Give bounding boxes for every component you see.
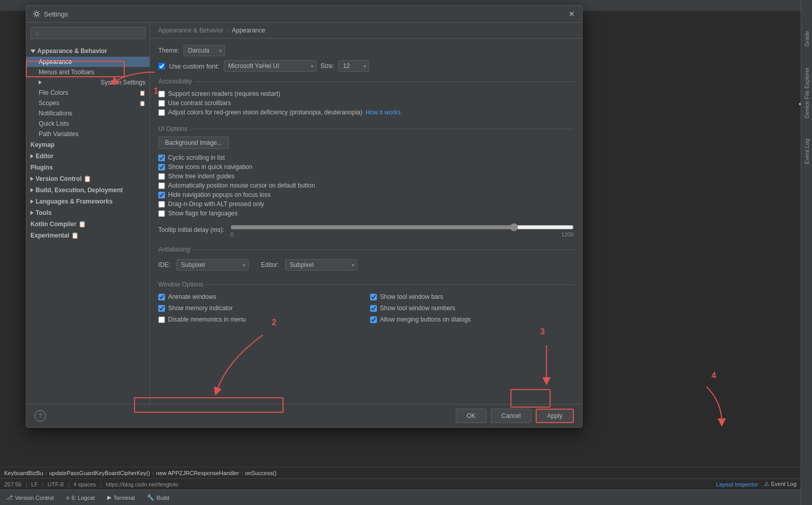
settings-dialog: Settings ✕ Appearance & Behavior Appeara… [26, 5, 583, 428]
close-button[interactable]: ✕ [568, 10, 576, 18]
size-select-wrapper: 12 [338, 60, 369, 72]
tooltip-slider[interactable] [230, 223, 574, 231]
hide-nav-label[interactable]: Hide navigation popups on focus loss [168, 191, 271, 198]
contrast-scrollbars-checkbox[interactable] [158, 100, 165, 107]
nav-section-version-control[interactable]: Version Control 📋 [26, 173, 150, 184]
event-log-link[interactable]: ⚠ Event Log [764, 481, 797, 487]
line-ending: LF [31, 481, 38, 487]
screen-readers-checkbox[interactable] [158, 91, 165, 97]
editor-arrow [30, 154, 34, 158]
color-deficiency-checkbox[interactable] [158, 109, 165, 116]
animate-windows-row: Animate windows [158, 292, 362, 301]
custom-font-label[interactable]: Use custom font: [169, 62, 220, 70]
font-row: Use custom font: Microsoft YaHei UI Size… [158, 60, 574, 72]
nav-item-quick-lists[interactable]: Quick Lists [26, 119, 150, 129]
show-tool-numbers-checkbox[interactable] [370, 305, 377, 312]
animate-windows-checkbox[interactable] [158, 294, 165, 300]
nav-item-file-colors[interactable]: File Colors 📋 [26, 88, 150, 98]
terminal-tab[interactable]: ▶ Terminal [105, 494, 137, 501]
search-input[interactable] [30, 27, 145, 39]
bottom-tabs: ⎇ Version Control ≡ 6: Logcat ▶ Terminal… [0, 490, 801, 505]
drag-drop-row: Drag-n-Drop with ALT pressed only [158, 199, 574, 209]
screen-readers-label[interactable]: Support screen readers (requires restart… [168, 90, 280, 97]
size-select[interactable]: 12 [338, 60, 369, 72]
nav-section-tools[interactable]: Tools [26, 207, 150, 218]
auto-mouse-checkbox[interactable] [158, 182, 165, 189]
tree-indent-checkbox[interactable] [158, 173, 165, 180]
layout-inspector-link[interactable]: Layout Inspector [716, 481, 758, 487]
build-tab[interactable]: 🔧 Build [145, 494, 171, 501]
breadcrumb-item-1: updatePassGuardKeyBoardCipherKey() [49, 470, 151, 476]
breadcrumb-item-2: new APPZJRCResponseHandler [156, 470, 239, 476]
nav-section-plugins[interactable]: Plugins [26, 162, 150, 173]
logcat-tab[interactable]: ≡ 6: Logcat [64, 495, 97, 501]
nav-tree: Appearance & Behavior Appearance Menus a… [26, 43, 150, 404]
contrast-scrollbars-label[interactable]: Use contrast scrollbars [168, 99, 231, 107]
nav-item-menus-toolbars[interactable]: Menus and Toolbars [26, 67, 150, 77]
nav-section-kotlin[interactable]: Kotlin Compiler 📋 [26, 218, 150, 230]
cyclic-scrolling-label[interactable]: Cyclic scrolling in list [168, 154, 225, 161]
nav-section-build[interactable]: Build, Execution, Deployment [26, 184, 150, 196]
nav-item-path-variables[interactable]: Path Variables [26, 129, 150, 139]
event-log-tab[interactable]: Event Log [804, 139, 810, 164]
nav-item-scopes[interactable]: Scopes 📋 [26, 98, 150, 108]
auto-mouse-label[interactable]: Automatically position mouse cursor on d… [168, 182, 315, 189]
auto-mouse-row: Automatically position mouse cursor on d… [158, 181, 574, 190]
show-memory-label[interactable]: Show memory indicator [168, 305, 233, 312]
disable-mnemonics-label[interactable]: Disable mnemonics in menu [168, 316, 246, 323]
tree-indent-label[interactable]: Show tree indent guides [168, 173, 235, 180]
window-options-section: Window Options Animate windows Show tool… [158, 281, 574, 324]
nav-item-system-settings[interactable]: System Settings [26, 77, 150, 88]
right-panel: Appearance & Behavior › Appearance Theme… [150, 23, 582, 404]
show-flags-label[interactable]: Show flags for languages [168, 210, 238, 217]
drag-drop-checkbox[interactable] [158, 201, 165, 208]
left-panel: Appearance & Behavior Appearance Menus a… [26, 23, 150, 404]
font-select[interactable]: Microsoft YaHei UI [224, 60, 317, 72]
nav-section-keymap[interactable]: Keymap [26, 139, 150, 150]
grade-tab[interactable]: Grade [804, 31, 810, 47]
nav-section-languages[interactable]: Languages & Frameworks [26, 196, 150, 207]
editor-aa-select[interactable]: Subpixel No antialiasing Greyscale [285, 259, 357, 271]
ide-aa-select-wrapper: Subpixel No antialiasing Greyscale [176, 259, 248, 271]
nav-item-notifications[interactable]: Notifications [26, 108, 150, 119]
cyclic-scrolling-checkbox[interactable] [158, 155, 165, 161]
show-tool-bars-checkbox[interactable] [370, 294, 377, 300]
theme-select[interactable]: Darcula [184, 45, 225, 56]
disable-mnemonics-checkbox[interactable] [158, 316, 165, 323]
animate-windows-label[interactable]: Animate windows [168, 293, 216, 300]
ok-button[interactable]: OK [456, 409, 486, 423]
nav-item-appearance[interactable]: Appearance [26, 57, 150, 67]
nav-section-editor[interactable]: Editor [26, 150, 150, 162]
drag-drop-label[interactable]: Drag-n-Drop with ALT pressed only [168, 200, 264, 208]
version-control-tab[interactable]: ⎇ Version Control [4, 494, 56, 501]
ide-aa-select[interactable]: Subpixel No antialiasing Greyscale [176, 259, 248, 271]
custom-font-checkbox[interactable] [158, 63, 165, 70]
show-flags-checkbox[interactable] [158, 210, 165, 217]
cursor-position: 257:56 [4, 481, 22, 487]
dialog-footer: ? OK Cancel Apply [26, 404, 582, 427]
show-icons-row: Show icons in quick navigation [158, 162, 574, 172]
show-tool-numbers-label[interactable]: Show tool window numbers [380, 305, 455, 312]
logcat-icon: ≡ [66, 495, 69, 501]
show-icons-checkbox[interactable] [158, 164, 165, 171]
help-button[interactable]: ? [35, 410, 46, 422]
how-it-works-link[interactable]: How it works [366, 109, 401, 116]
background-image-button[interactable]: Background Image... [158, 137, 229, 149]
show-memory-checkbox[interactable] [158, 305, 165, 312]
tooltip-label: Tooltip initial delay (ms): [158, 226, 224, 233]
show-icons-label[interactable]: Show icons in quick navigation [168, 163, 252, 171]
nav-section-appearance-behavior[interactable]: Appearance & Behavior [26, 45, 150, 57]
allow-merging-label[interactable]: Allow merging buttons on dialogs [380, 316, 471, 323]
device-file-tab[interactable]: Device File Explorer [804, 68, 810, 118]
allow-merging-checkbox[interactable] [370, 316, 377, 323]
screen-readers-row: Support screen readers (requires restart… [158, 89, 574, 98]
hide-nav-checkbox[interactable] [158, 192, 165, 198]
font-select-wrapper: Microsoft YaHei UI [224, 60, 317, 72]
nav-section-experimental[interactable]: Experimental 📋 [26, 230, 150, 241]
breadcrumb-item-0: KeyboardBizBu [4, 470, 43, 476]
show-tool-bars-label[interactable]: Show tool window bars [380, 293, 443, 300]
file-colors-icon: 📋 [139, 90, 145, 96]
cancel-button[interactable]: Cancel [491, 409, 532, 423]
apply-button[interactable]: Apply [536, 409, 574, 423]
color-deficiency-label[interactable]: Adjust colors for red-green vision defic… [168, 109, 362, 116]
